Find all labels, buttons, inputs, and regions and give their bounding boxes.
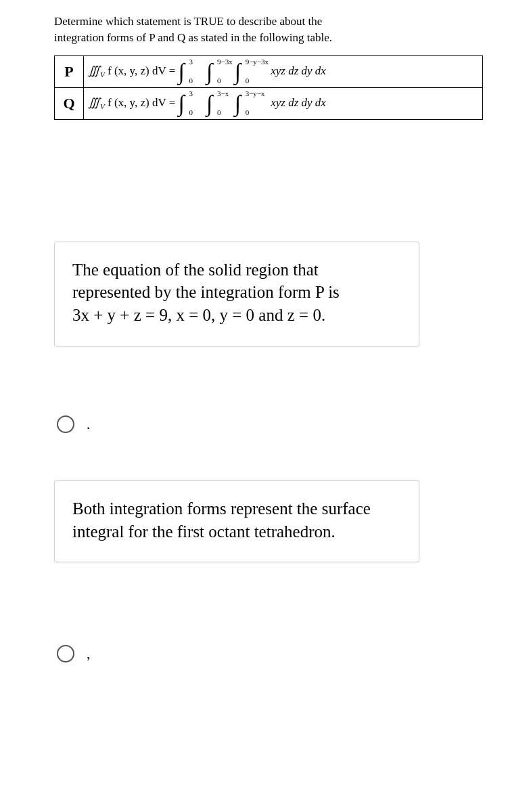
option-a-card: The equation of the solid region that re… [54, 242, 419, 346]
option-a-line2: represented by the integration form P is [72, 283, 340, 301]
integral-2: ∫3−x0 [206, 91, 212, 116]
integration-table: P ∭V f (x, y, z) dV = ∫30 ∫9−3x0 ∫9−y−3x… [54, 55, 483, 120]
lhs-rest: f (x, y, z) dV = [105, 96, 175, 109]
int3-upper: 9−y−3x [246, 58, 269, 66]
stem-line-2: integration forms of P and Q as stated i… [54, 31, 332, 44]
row-p-label: P [55, 55, 84, 87]
option-a-radio-label: . [87, 415, 91, 433]
table-row: P ∭V f (x, y, z) dV = ∫30 ∫9−3x0 ∫9−y−3x… [55, 55, 483, 87]
page-root: Determine which statement is TRUE to des… [0, 0, 510, 812]
int2-lower: 0 [217, 76, 221, 85]
int1-lower: 0 [189, 108, 193, 116]
int1-upper: 3 [189, 58, 193, 66]
integral-2: ∫9−3x0 [206, 59, 212, 85]
integral-3: ∫9−y−3x0 [235, 59, 241, 85]
option-b-line1: Both integration forms represent the sur… [72, 499, 371, 518]
int3-upper: 3−y−x [246, 89, 265, 97]
option-b-line2: integral for the first octant tetrahedro… [72, 522, 335, 541]
volume-subscript: V [100, 70, 105, 78]
row-q-formula: ∭V f (x, y, z) dV = ∫30 ∫3−x0 ∫3−y−x0 xy… [88, 96, 326, 109]
table-row: Q ∭V f (x, y, z) dV = ∫30 ∫3−x0 ∫3−y−x0 … [55, 87, 483, 119]
option-b-card: Both integration forms represent the sur… [54, 480, 419, 563]
row-p-formula-cell: ∭V f (x, y, z) dV = ∫30 ∫9−3x0 ∫9−y−3x0 … [84, 55, 483, 87]
radio-icon[interactable] [57, 415, 74, 433]
int2-lower: 0 [217, 108, 221, 116]
triple-integral-symbol: ∭ [88, 96, 100, 109]
option-a-line1: The equation of the solid region that [72, 261, 319, 279]
int3-lower: 0 [246, 108, 250, 116]
row-q-formula-cell: ∭V f (x, y, z) dV = ∫30 ∫3−x0 ∫3−y−x0 xy… [84, 87, 483, 119]
integral-3: ∫3−y−x0 [235, 91, 241, 116]
int3-lower: 0 [246, 76, 250, 85]
int1-lower: 0 [189, 76, 193, 85]
radio-icon[interactable] [57, 645, 74, 662]
volume-subscript: V [100, 102, 105, 110]
lhs-rest: f (x, y, z) dV = [105, 64, 175, 77]
option-a-line3: 3x + y + z = 9, x = 0, y = 0 and z = 0. [72, 306, 325, 324]
int1-upper: 3 [189, 89, 193, 97]
int2-upper: 3−x [217, 89, 229, 97]
question-stem: Determine which statement is TRUE to des… [54, 14, 483, 46]
row-q-label: Q [55, 87, 84, 119]
row-p-formula: ∭V f (x, y, z) dV = ∫30 ∫9−3x0 ∫9−y−3x0 … [88, 64, 326, 77]
option-b-radio-row[interactable]: , [57, 645, 483, 662]
option-b-radio-label: , [87, 645, 91, 662]
triple-integral-symbol: ∭ [88, 64, 100, 77]
integrand: xyz dz dy dx [271, 64, 326, 77]
int2-upper: 9−3x [217, 58, 233, 66]
stem-line-1: Determine which statement is TRUE to des… [54, 15, 322, 28]
integral-1: ∫30 [178, 59, 184, 85]
option-a-radio-row[interactable]: . [57, 415, 483, 433]
integral-1: ∫30 [178, 91, 184, 116]
integrand: xyz dz dy dx [271, 96, 326, 109]
